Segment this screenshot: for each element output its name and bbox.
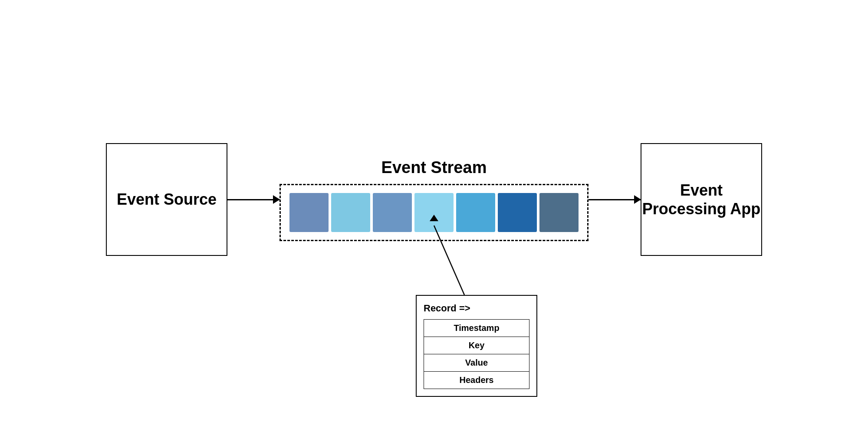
diagram-container: Event Source Event Stream — [0, 0, 868, 435]
event-source-label: Event Source — [117, 190, 217, 209]
event-processing-app-box: Event Processing App — [641, 143, 762, 256]
left-arrow-line — [227, 199, 279, 200]
record-table: Timestamp Key Value Headers — [424, 319, 529, 389]
bar-3 — [373, 193, 412, 232]
left-arrow — [227, 199, 279, 200]
main-row: Event Source Event Stream — [22, 143, 846, 256]
bar-6 — [498, 193, 537, 232]
record-field-value: Value — [424, 354, 529, 372]
bar-7 — [539, 193, 579, 232]
right-arrow-line — [589, 199, 641, 200]
record-label: Record => — [424, 303, 529, 314]
event-stream-title: Event Stream — [381, 158, 487, 177]
bar-5 — [456, 193, 495, 232]
bar-2 — [331, 193, 370, 232]
bar-1 — [289, 193, 329, 232]
record-field-timestamp: Timestamp — [424, 320, 529, 337]
record-field-key: Key — [424, 337, 529, 354]
stream-bars — [289, 193, 579, 232]
record-field-headers: Headers — [424, 372, 529, 389]
event-stream-container: Event Stream — [279, 158, 589, 241]
event-stream-dashed-box — [279, 184, 589, 241]
bar-4 — [414, 193, 454, 232]
right-arrow — [589, 199, 641, 200]
record-popup: Record => Timestamp Key Value Headers — [416, 295, 537, 397]
event-source-box: Event Source — [106, 143, 227, 256]
event-processing-label: Event Processing App — [641, 181, 761, 218]
